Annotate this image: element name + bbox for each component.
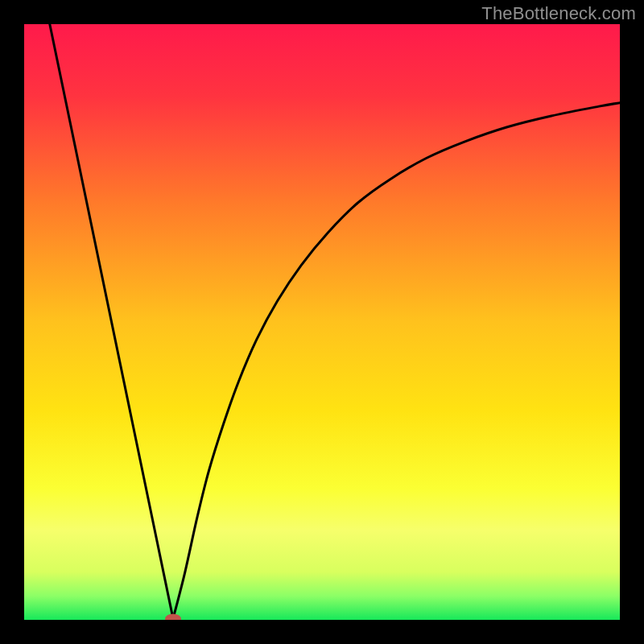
chart-svg (24, 24, 620, 620)
watermark-text: TheBottleneck.com (481, 3, 636, 24)
gradient-background (24, 24, 620, 620)
plot-area (24, 24, 620, 620)
chart-frame: TheBottleneck.com (0, 0, 644, 644)
